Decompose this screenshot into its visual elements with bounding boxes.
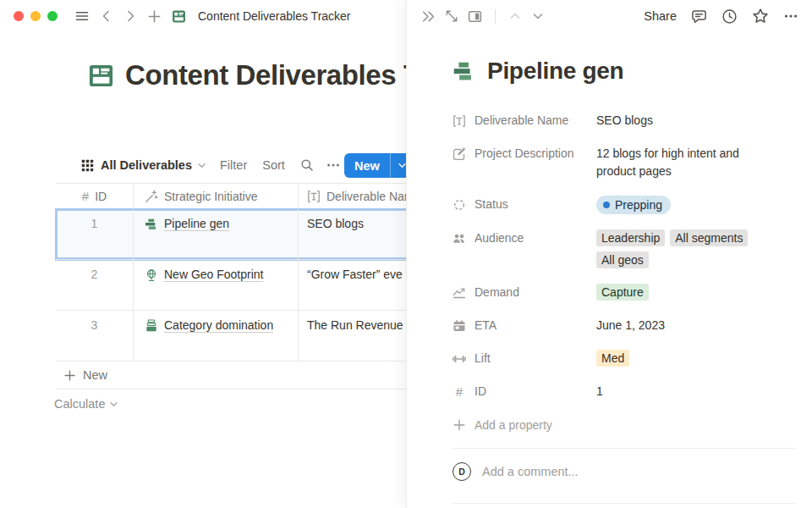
cell-deliverable-name[interactable]: “Grow Faster” eve (299, 260, 406, 310)
property-label[interactable]: ETA (453, 317, 596, 334)
forward-icon[interactable] (123, 9, 137, 23)
property-label[interactable]: Status (453, 196, 596, 213)
new-button-chevron-icon[interactable] (391, 153, 406, 178)
topbar-divider (495, 9, 496, 24)
bars-icon (145, 218, 158, 231)
add-row-button[interactable]: New (56, 362, 406, 389)
sidebar-toggle-icon[interactable] (74, 8, 90, 24)
cell-deliverable-name[interactable]: The Run Revenue S (299, 311, 406, 361)
property-label[interactable]: # ID (453, 383, 596, 400)
previous-record-icon[interactable] (508, 9, 522, 23)
dumbbell-icon (453, 352, 466, 366)
property-value[interactable]: June 1, 2023 (596, 317, 776, 334)
status-tag[interactable]: Prepping (596, 196, 671, 214)
favorite-star-icon[interactable] (752, 8, 769, 25)
property-value[interactable]: 12 blogs for high intent and product pag… (596, 145, 776, 180)
peek-content: Pipeline gen Deliverable Name SEO blogs (407, 32, 812, 481)
status-burst-icon (453, 198, 466, 212)
cell-id[interactable]: 3 (56, 311, 134, 361)
column-header-deliverable-name[interactable]: Deliverable Name (299, 184, 406, 208)
property-label[interactable]: Lift (453, 350, 596, 367)
view-tab-all-deliverables[interactable]: All Deliverables (81, 158, 192, 172)
table-row-1[interactable]: 1 Pipeline gen SEO blogs (56, 209, 406, 260)
property-row-project-description: Project Description 12 blogs for high in… (453, 145, 795, 180)
back-icon[interactable] (100, 9, 113, 23)
sort-button[interactable]: Sort (262, 158, 285, 172)
more-options-ellipsis-icon[interactable] (783, 8, 798, 24)
property-value[interactable]: Capture (596, 284, 776, 301)
table-row-2[interactable]: 2 New Geo Footprint “Grow Faster” eve (56, 260, 406, 311)
property-value[interactable]: SEO blogs (596, 112, 776, 130)
table-view-icon (81, 159, 94, 172)
comment-input[interactable]: Add a comment... (482, 465, 579, 478)
peek-topbar-right: Share (644, 8, 798, 25)
updates-clock-icon[interactable] (721, 8, 738, 25)
cell-id[interactable]: 1 (56, 209, 134, 259)
relation-link[interactable]: Pipeline gen (164, 217, 229, 230)
divider (453, 448, 795, 449)
side-peek-icon[interactable] (468, 9, 482, 24)
property-value[interactable]: 1 (596, 383, 776, 400)
peek-page-title[interactable]: Pipeline gen (487, 58, 623, 85)
property-label[interactable]: Deliverable Name (453, 112, 596, 130)
deliverable-value: The Run Revenue S (307, 318, 406, 332)
minimize-window-button[interactable] (30, 11, 41, 21)
cell-strategic-initiative[interactable]: New Geo Footprint (134, 260, 299, 310)
bars-icon-large[interactable] (453, 60, 475, 83)
share-button[interactable]: Share (644, 9, 677, 23)
property-label[interactable]: Project Description (453, 145, 596, 163)
relation-link[interactable]: Category domination (164, 318, 273, 332)
property-label-text: Demand (475, 284, 519, 301)
people-icon (453, 232, 466, 246)
add-property-button[interactable]: Add a property (453, 418, 795, 432)
peek-topbar: Share (407, 0, 812, 32)
close-window-button[interactable] (14, 11, 24, 21)
open-full-page-icon[interactable] (445, 9, 458, 23)
column-label-id: ID (95, 190, 107, 203)
next-record-icon[interactable] (531, 9, 545, 23)
status-tag-label: Prepping (615, 196, 662, 214)
new-record-split-button[interactable]: New (344, 153, 406, 178)
column-header-strategic-initiative[interactable]: Strategic Initiative (134, 184, 299, 208)
property-label-text: ID (475, 383, 486, 400)
page-table-icon-large[interactable] (88, 63, 114, 89)
view-chevron-down-icon[interactable] (197, 161, 206, 170)
property-value[interactable]: Leadership All segments All geos (596, 229, 776, 268)
cell-deliverable-name[interactable]: SEO blogs (299, 209, 406, 259)
cell-strategic-initiative[interactable]: Category domination (134, 311, 299, 361)
property-label[interactable]: Demand (453, 284, 596, 301)
relation-link[interactable]: New Geo Footprint (164, 268, 264, 281)
calculate-label: Calculate (54, 397, 105, 411)
property-value[interactable]: Med (596, 350, 776, 367)
cell-strategic-initiative[interactable]: Pipeline gen (134, 209, 299, 259)
cell-id[interactable]: 2 (56, 260, 134, 310)
new-record-button-label[interactable]: New (344, 153, 390, 178)
audience-tag[interactable]: All geos (596, 251, 649, 268)
comment-composer[interactable]: D Add a comment... (453, 462, 795, 481)
user-avatar: D (453, 462, 471, 481)
comments-icon[interactable] (691, 8, 707, 25)
property-value[interactable]: Prepping (596, 196, 776, 214)
search-icon[interactable] (300, 158, 314, 172)
maximize-window-button[interactable] (47, 11, 58, 21)
row-id-value: 3 (91, 318, 98, 332)
audience-tag[interactable]: All segments (670, 229, 748, 246)
demand-tag[interactable]: Capture (596, 284, 649, 301)
lift-tag[interactable]: Med (596, 350, 629, 367)
table-row-3[interactable]: 3 Category domination The Run Revenue S (56, 311, 406, 362)
close-peek-double-chevron-icon[interactable] (421, 9, 436, 24)
add-row-label: New (83, 368, 107, 382)
edit-text-icon (453, 147, 466, 161)
page-peek-panel: Share Pipeline gen (406, 0, 812, 508)
new-tab-icon[interactable] (147, 9, 162, 24)
filter-button[interactable]: Filter (220, 158, 247, 172)
page-title[interactable]: Content Deliverables Tracker (125, 59, 406, 91)
property-label[interactable]: Audience (453, 229, 596, 247)
window-topbar: Content Deliverables Tracker (0, 0, 406, 32)
view-options-ellipsis-icon[interactable] (326, 158, 340, 172)
property-label-text: Deliverable Name (475, 112, 568, 130)
column-header-id[interactable]: # ID (56, 184, 134, 208)
calculate-button[interactable]: Calculate (54, 390, 118, 417)
topbar-page-title[interactable]: Content Deliverables Tracker (198, 9, 351, 23)
audience-tag[interactable]: Leadership (596, 229, 665, 246)
